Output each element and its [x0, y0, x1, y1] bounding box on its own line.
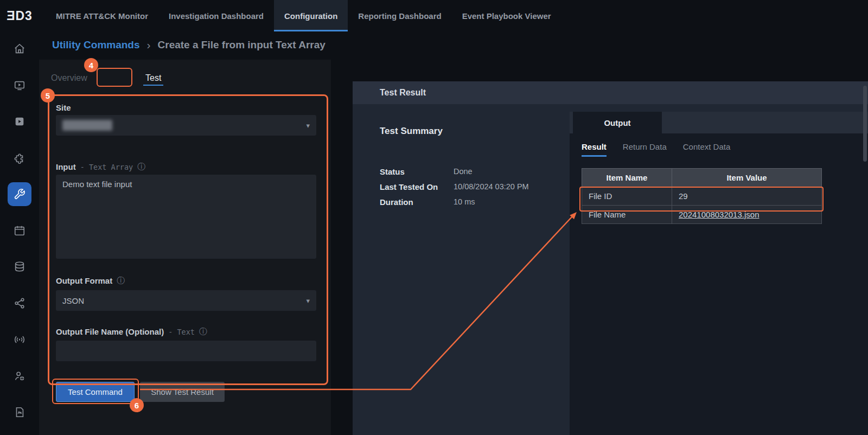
- tab-output[interactable]: Output: [573, 112, 662, 133]
- table-row-file-name: File Name 20241008032013.json: [582, 206, 822, 224]
- output-result-table: Item Name Item Value File ID 29 File Nam…: [582, 168, 822, 224]
- tab-test[interactable]: Test: [143, 73, 163, 86]
- video-file-icon: [14, 116, 25, 127]
- subtab-return-data[interactable]: Return Data: [623, 142, 667, 157]
- duration-value: 10 ms: [454, 197, 475, 207]
- sidebar-item-integrations[interactable]: [8, 146, 31, 170]
- output-subtabs: Result Return Data Context Data: [582, 142, 730, 157]
- output-section: Output Result Return Data Context Data I…: [570, 112, 868, 435]
- icon-sidebar: [0, 31, 39, 435]
- table-row-file-id: File ID 29: [582, 187, 822, 206]
- summary-row-last-tested: Last Tested On 10/08/2024 03:20 PM: [380, 182, 559, 191]
- output-format-label: Output Format ⓘ: [56, 276, 125, 286]
- tab-overview[interactable]: Overview: [51, 73, 87, 83]
- sidebar-item-home[interactable]: [8, 37, 31, 61]
- nav-mitre-attack-monitor[interactable]: MITRE ATT&CK Monitor: [46, 0, 158, 31]
- input-type-hint: - Text Array: [80, 163, 133, 171]
- show-test-result-button[interactable]: Show Test Result: [140, 382, 225, 402]
- wrench-icon: [14, 188, 25, 200]
- sidebar-item-video[interactable]: [8, 110, 31, 133]
- cell-file-name-value: 20241008032013.json: [672, 206, 822, 224]
- test-command-button[interactable]: Test Command: [56, 382, 135, 402]
- column-header-item-name: Item Name: [582, 169, 672, 187]
- sidebar-item-monitor[interactable]: [8, 73, 31, 97]
- database-icon: [14, 261, 25, 273]
- cell-file-id-name: File ID: [582, 187, 672, 206]
- sidebar-item-reports[interactable]: [8, 400, 31, 424]
- app-root: ƎD3 MITRE ATT&CK Monitor Investigation D…: [0, 0, 868, 435]
- sidebar-item-user-global[interactable]: [8, 364, 31, 388]
- nav-configuration[interactable]: Configuration: [274, 0, 348, 31]
- summary-row-status: Status Done: [380, 167, 559, 176]
- info-icon[interactable]: ⓘ: [117, 276, 125, 286]
- top-nav: MITRE ATT&CK Monitor Investigation Dashb…: [46, 0, 561, 31]
- d3-logo[interactable]: ƎD3: [0, 0, 39, 31]
- top-nav-bar: ƎD3 MITRE ATT&CK Monitor Investigation D…: [0, 0, 868, 31]
- output-file-type-hint: - Text: [168, 328, 195, 336]
- site-label: Site: [56, 103, 71, 112]
- cell-file-name-name: File Name: [582, 206, 672, 224]
- cell-file-id-value: 29: [672, 187, 822, 206]
- chevron-down-icon: ▾: [306, 297, 310, 305]
- input-textarea[interactable]: Demo text file input: [56, 175, 316, 259]
- document-signature-icon: [14, 406, 25, 418]
- output-format-value: JSON: [62, 296, 84, 305]
- sidebar-item-calendar[interactable]: [8, 219, 31, 242]
- command-test-panel: Overview Test Site ▾ Input - Text Array …: [39, 60, 331, 435]
- home-icon: [14, 43, 25, 55]
- sidebar-item-ingestion[interactable]: [8, 328, 31, 351]
- breadcrumb-current-page: Create a File from input Text Array: [158, 39, 326, 51]
- subtab-result[interactable]: Result: [582, 142, 607, 157]
- site-value-redacted: [62, 120, 112, 131]
- nav-investigation-dashboard[interactable]: Investigation Dashboard: [158, 0, 274, 31]
- breadcrumb: Utility Commands › Create a File from in…: [52, 39, 326, 52]
- file-download-link[interactable]: 20241008032013.json: [679, 210, 759, 219]
- breadcrumb-separator-icon: ›: [147, 39, 151, 52]
- share-nodes-icon: [14, 297, 25, 309]
- sidebar-item-connections[interactable]: [8, 291, 31, 315]
- vertical-scrollbar[interactable]: [863, 86, 867, 162]
- chevron-down-icon: ▾: [306, 121, 310, 130]
- status-value: Done: [454, 167, 473, 176]
- table-header-row: Item Name Item Value: [582, 169, 822, 187]
- input-label: Input - Text Array ⓘ: [56, 162, 145, 172]
- summary-row-duration: Duration 10 ms: [380, 197, 559, 207]
- subtab-context-data[interactable]: Context Data: [683, 142, 731, 157]
- test-summary-title: Test Summary: [380, 126, 443, 137]
- puzzle-icon: [14, 152, 25, 164]
- status-label: Status: [380, 167, 454, 176]
- site-select[interactable]: ▾: [56, 115, 316, 136]
- monitor-play-icon: [14, 79, 25, 91]
- nav-reporting-dashboard[interactable]: Reporting Dashboard: [348, 0, 451, 31]
- test-result-header: Test Result: [353, 81, 868, 104]
- input-textarea-value: Demo text file input: [62, 180, 132, 189]
- output-format-select[interactable]: JSON ▾: [56, 290, 316, 311]
- nav-event-playbook-viewer[interactable]: Event Playbook Viewer: [452, 0, 561, 31]
- last-tested-label: Last Tested On: [380, 182, 454, 191]
- last-tested-value: 10/08/2024 03:20 PM: [454, 182, 529, 191]
- column-header-item-value: Item Value: [672, 169, 822, 187]
- output-file-name-label: Output File Name (Optional) - Text ⓘ: [56, 327, 207, 337]
- output-file-name-input[interactable]: [56, 341, 316, 361]
- info-icon[interactable]: ⓘ: [137, 162, 145, 172]
- test-result-panel: Test Result Test Summary Status Done Las…: [353, 81, 868, 435]
- duration-label: Duration: [380, 197, 454, 207]
- user-globe-icon: [14, 370, 25, 382]
- calendar-icon: [14, 225, 25, 236]
- broadcast-icon: [14, 334, 25, 346]
- breadcrumb-utility-commands[interactable]: Utility Commands: [52, 39, 140, 51]
- info-icon[interactable]: ⓘ: [199, 327, 207, 337]
- sidebar-item-data[interactable]: [8, 255, 31, 279]
- test-result-title: Test Result: [380, 88, 426, 98]
- sidebar-item-utility-commands[interactable]: [8, 182, 31, 206]
